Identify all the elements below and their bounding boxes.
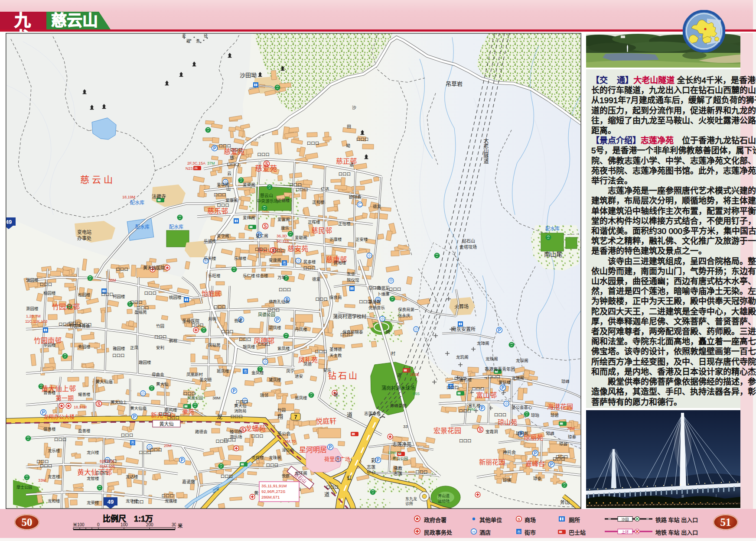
svg-text:浸信会: 浸信会 (282, 447, 294, 452)
svg-text:圣公会基心: 圣公会基心 (512, 405, 532, 410)
svg-text:凤凰公园: 凤凰公园 (187, 396, 203, 400)
svg-text:18,19M: 18,19M (122, 195, 135, 199)
svg-text:小: 小 (297, 259, 300, 263)
svg-text:口口口: 口口口 (488, 374, 500, 379)
svg-text:盈福苑: 盈福苑 (134, 310, 147, 314)
svg-text:P: P (233, 389, 236, 393)
svg-text:中央游乐场: 中央游乐场 (257, 198, 278, 204)
svg-text:柏园楼: 柏园楼 (43, 291, 56, 295)
svg-text:S: S (98, 402, 101, 406)
svg-text:龙翔办公大楼: 龙翔办公大楼 (43, 414, 75, 420)
svg-text:摩士公园: 摩士公园 (16, 485, 32, 489)
svg-text:口口口: 口口口 (191, 323, 204, 327)
svg-text:口口口: 口口口 (96, 470, 108, 475)
svg-text:圣文德: 圣文德 (199, 377, 212, 382)
svg-text:口口口: 口口口 (307, 141, 319, 146)
svg-text:竹园北邨: 竹园北邨 (52, 303, 80, 311)
svg-text:S: S (264, 224, 267, 229)
svg-text:龙玑阁: 龙玑阁 (456, 355, 469, 360)
svg-text:龙璋阁: 龙璋阁 (477, 341, 489, 346)
svg-text:85M,106: 85M,106 (100, 464, 115, 469)
svg-text:口口口: 口口口 (236, 399, 248, 404)
svg-text:月明: 月明 (208, 317, 216, 321)
svg-text:龙兴楼: 龙兴楼 (87, 450, 99, 455)
svg-text:安乐: 安乐 (323, 368, 332, 373)
svg-text:上环: 上环 (621, 530, 629, 534)
svg-text:琼峰: 琼峰 (561, 379, 570, 384)
svg-text:道: 道 (349, 162, 354, 167)
svg-text:口口口: 口口口 (224, 437, 236, 442)
svg-text:欧阳森: 欧阳森 (349, 194, 362, 199)
svg-text:小: 小 (264, 360, 267, 364)
svg-text:晓邻: 晓邻 (260, 393, 268, 398)
svg-text:海港花园: 海港花园 (547, 403, 573, 410)
svg-text:钻石山: 钻石山 (462, 238, 475, 243)
svg-text:49: 49 (108, 499, 114, 505)
svg-text:中: 中 (389, 279, 393, 283)
svg-text:36,3D: 36,3D (277, 234, 287, 238)
svg-text:爱宁阁: 爱宁阁 (217, 233, 229, 238)
svg-text:田: 田 (347, 124, 351, 129)
svg-text:口口口: 口口口 (389, 287, 401, 292)
svg-text:38M: 38M (212, 395, 221, 400)
svg-text:口口口: 口口口 (315, 297, 328, 301)
svg-text:P: P (498, 328, 501, 333)
svg-text:N23,302: N23,302 (186, 166, 200, 171)
svg-text:进安: 进安 (295, 374, 303, 379)
svg-text:母曲会: 母曲会 (152, 372, 164, 377)
svg-text:路德会: 路德会 (195, 429, 208, 434)
svg-text:口口口: 口口口 (121, 433, 134, 437)
svg-text:黄大仙: 黄大仙 (160, 421, 174, 427)
svg-text:口口口: 口口口 (239, 337, 251, 342)
svg-text:口口口: 口口口 (553, 457, 565, 461)
svg-text:豪苑: 豪苑 (182, 408, 194, 415)
svg-text:碧凤楼: 碧凤楼 (269, 325, 281, 330)
svg-text:嘉诺撒: 嘉诺撒 (182, 479, 195, 484)
svg-text:口口口: 口口口 (221, 474, 233, 479)
svg-text:斑凤楼: 斑凤楼 (295, 395, 307, 400)
svg-text:乐天楼: 乐天楼 (204, 256, 216, 261)
svg-text:口口口: 口口口 (227, 162, 239, 167)
svg-text:琼峰: 琼峰 (546, 431, 555, 436)
svg-text:正康楼: 正康楼 (329, 237, 342, 242)
svg-text:香港海事青年团: 香港海事青年团 (485, 366, 515, 372)
svg-text:盈善楼: 盈善楼 (78, 428, 91, 433)
svg-text:慈云山: 慈云山 (260, 193, 273, 198)
svg-text:宏景花园: 宏景花园 (433, 427, 461, 434)
svg-text:口口口: 口口口 (112, 353, 125, 358)
svg-text:蒲岗村道木球场: 蒲岗村道木球场 (381, 385, 415, 391)
svg-text:圣博德: 圣博德 (329, 347, 342, 352)
svg-text:天主教: 天主教 (329, 353, 342, 358)
svg-text:综合楼: 综合楼 (256, 273, 268, 278)
svg-text:S: S (518, 517, 520, 522)
svg-text:33: 33 (403, 424, 408, 429)
svg-text:口口口: 口口口 (459, 438, 472, 443)
svg-text:浩: 浩 (196, 39, 200, 43)
svg-text:口口口: 口口口 (296, 187, 308, 192)
svg-text:口口口: 口口口 (130, 300, 143, 305)
svg-text:龙荣楼: 龙荣楼 (87, 500, 99, 505)
svg-text:桃园楼: 桃园楼 (169, 295, 182, 300)
svg-text:黛凤楼: 黛凤楼 (269, 377, 281, 382)
svg-text:慈云山: 慈云山 (80, 175, 115, 185)
svg-text:龙乐楼: 龙乐楼 (48, 448, 60, 453)
svg-text:道: 道 (324, 492, 329, 498)
svg-text:诊所: 诊所 (405, 501, 413, 506)
svg-text:5C,116: 5C,116 (277, 239, 289, 243)
svg-text:口口口: 口口口 (183, 391, 196, 396)
svg-text:配水库: 配水库 (135, 224, 150, 230)
svg-text:金塔坟场: 金塔坟场 (459, 244, 477, 249)
svg-text:黄大仙庙: 黄大仙庙 (95, 379, 113, 384)
svg-text:沙田: 沙田 (621, 517, 629, 522)
svg-text:琼轩苑: 琼轩苑 (516, 431, 528, 436)
svg-text:P: P (133, 415, 136, 419)
svg-text:志莲: 志莲 (367, 464, 375, 470)
svg-text:口口口: 口口口 (218, 143, 231, 148)
svg-text:斧山: 斧山 (560, 500, 570, 505)
svg-text:米100: 米100 (73, 523, 85, 527)
svg-text:P: P (181, 458, 184, 463)
svg-text:悦庭: 悦庭 (282, 473, 290, 478)
svg-text:正和楼: 正和楼 (312, 200, 325, 204)
svg-text:沙田坳: 沙田坳 (240, 72, 257, 78)
svg-text:张永庆: 张永庆 (398, 313, 411, 318)
